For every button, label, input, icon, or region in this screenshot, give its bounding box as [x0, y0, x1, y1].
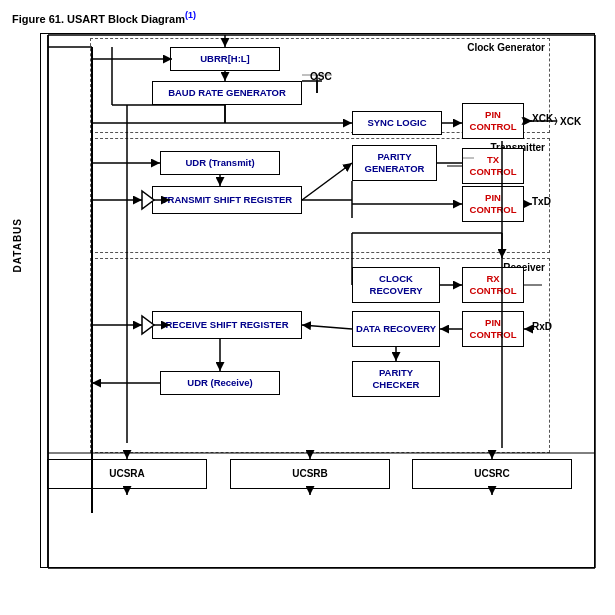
- databus-label: DATABUS: [12, 218, 23, 272]
- figure-title: Figure 61. USART Block Diagram(1): [12, 10, 603, 25]
- pin-control-rx-box: PIN CONTROL: [462, 311, 524, 347]
- xck-label: XCK: [532, 113, 553, 124]
- baud-rate-box: BAUD RATE GENERATOR: [152, 81, 302, 105]
- ucsrb-box: UCSRB: [230, 459, 390, 489]
- receive-sr-box: RECEIVE SHIFT REGISTER: [152, 311, 302, 339]
- udr-receive-box: UDR (Receive): [160, 371, 280, 395]
- osc-label: OSC: [310, 71, 332, 82]
- ubrr-box: UBRR[H:L]: [170, 47, 280, 71]
- pin-control-tx-box: PIN CONTROL: [462, 186, 524, 222]
- txd-label: TxD: [532, 196, 551, 207]
- data-recovery-box: DATA RECOVERY: [352, 311, 440, 347]
- clock-gen-label: Clock Generator: [467, 42, 545, 53]
- diagram-container: DATABUS Clock Generator Transmitter Rece…: [12, 33, 602, 603]
- ucsrc-box: UCSRC: [412, 459, 572, 489]
- parity-checker-box: PARITY CHECKER: [352, 361, 440, 397]
- pin-control-xck-box: PIN CONTROL: [462, 103, 524, 139]
- clock-recovery-box: CLOCK RECOVERY: [352, 267, 440, 303]
- transmit-sr-box: TRANSMIT SHIFT REGISTER: [152, 186, 302, 214]
- tx-control-box: TX CONTROL: [462, 148, 524, 184]
- sync-logic-box: SYNC LOGIC: [352, 111, 442, 135]
- rx-control-box: RX CONTROL: [462, 267, 524, 303]
- ucsra-box: UCSRA: [47, 459, 207, 489]
- parity-gen-box: PARITY GENERATOR: [352, 145, 437, 181]
- rxd-label: RxD: [532, 321, 552, 332]
- udr-transmit-box: UDR (Transmit): [160, 151, 280, 175]
